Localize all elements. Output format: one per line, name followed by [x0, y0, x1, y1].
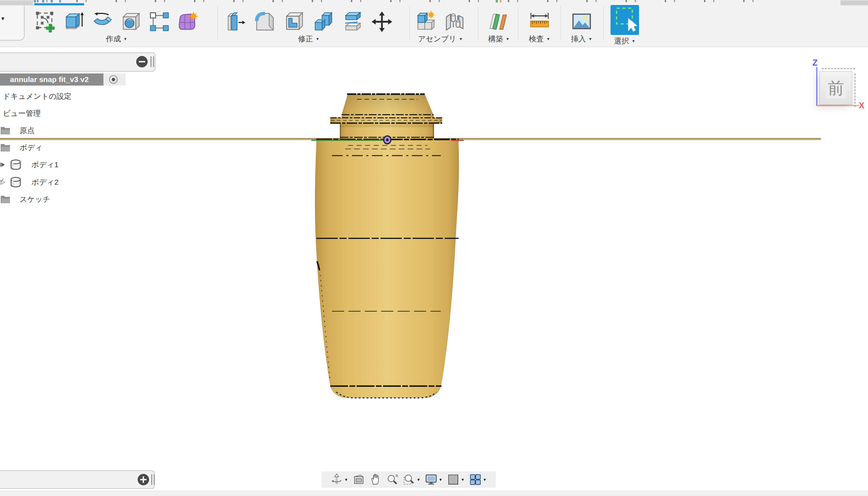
grid-settings-button[interactable]: ▼	[447, 474, 465, 486]
zoom-window-button[interactable]: ▼	[403, 474, 420, 486]
document-root-item[interactable]: annular snap fit_v3 v2	[0, 73, 126, 86]
orbit-icon	[331, 474, 343, 486]
folder-icon	[1, 196, 10, 203]
zoom-button[interactable]: ±	[386, 474, 398, 486]
x-axis-line	[816, 105, 859, 106]
display-settings-icon	[425, 474, 437, 486]
scrollbar-thumb-left[interactable]	[0, 0, 33, 5]
display-settings-button[interactable]: ▼	[425, 474, 443, 486]
browser-panel-grip[interactable]	[150, 56, 154, 67]
z-axis-label: Z	[812, 58, 818, 68]
viewports-button[interactable]: ▼	[469, 474, 487, 486]
x-axis-label: X	[859, 101, 864, 111]
timeline-scrollbar	[0, 491, 868, 496]
browser-item-body2[interactable]: ボディ2	[0, 176, 58, 188]
browser-item-origin[interactable]: 原点	[0, 124, 35, 137]
body-cylinder-icon	[10, 177, 21, 188]
scrollbar-thumb-right[interactable]	[841, 0, 868, 5]
chevron-down-icon: ▼	[417, 477, 420, 482]
viewports-icon	[469, 474, 481, 486]
chevron-down-icon: ▼	[344, 477, 348, 482]
body-cylinder-icon	[10, 159, 21, 170]
browser-item-sketches-folder[interactable]: スケッチ	[0, 193, 50, 205]
panel-grip[interactable]	[151, 474, 155, 485]
pan-button[interactable]	[369, 474, 382, 486]
browser-item-document-settings[interactable]: ドキュメントの設定	[0, 90, 71, 102]
look-at-icon	[353, 474, 365, 486]
look-at-button[interactable]	[353, 474, 365, 486]
fusion360-window: { "toolbar": { "caret_glyph": "▼", "grou…	[0, 0, 868, 496]
viewcube-face-label: 前	[828, 80, 844, 96]
activate-component-radio[interactable]	[109, 75, 118, 84]
browser-item-body1[interactable]: ボディ1	[0, 159, 58, 171]
zoom-window-icon	[403, 474, 415, 486]
model-body1	[315, 139, 459, 398]
expand-panel-button[interactable]	[138, 474, 149, 485]
browser-panel-header	[0, 52, 155, 72]
viewcube-right-face-hint	[854, 73, 856, 107]
chevron-down-icon: ▼	[461, 477, 465, 482]
pan-icon	[369, 474, 382, 486]
orbit-button[interactable]: ▼	[331, 474, 348, 486]
viewcube-front-face[interactable]: 前	[820, 71, 852, 105]
viewcube-top-face-hint	[822, 68, 855, 69]
z-axis-line	[816, 67, 817, 106]
viewcube[interactable]: 前 Z X	[820, 71, 852, 105]
folder-icon	[1, 144, 10, 152]
model-body2-cap	[330, 94, 442, 139]
visibility-on-icon[interactable]	[0, 160, 5, 169]
document-title: annular snap fit_v3 v2	[10, 75, 89, 84]
folder-icon	[1, 127, 10, 134]
navigation-bar: ▼ ± ▼	[322, 471, 496, 488]
chevron-down-icon: ▼	[439, 477, 443, 482]
svg-text:±: ±	[395, 474, 398, 478]
collapse-browser-button[interactable]	[136, 56, 148, 67]
grid-icon	[447, 474, 459, 486]
browser-item-view-management[interactable]: ビュー管理	[0, 107, 41, 119]
timeline-panel-collapsed	[0, 470, 155, 489]
visibility-off-icon[interactable]	[0, 178, 5, 187]
zoom-icon: ±	[386, 474, 398, 486]
chevron-down-icon: ▼	[483, 477, 487, 482]
viewport-canvas[interactable]	[0, 0, 868, 496]
browser-item-bodies-folder[interactable]: ボディ	[0, 142, 42, 154]
